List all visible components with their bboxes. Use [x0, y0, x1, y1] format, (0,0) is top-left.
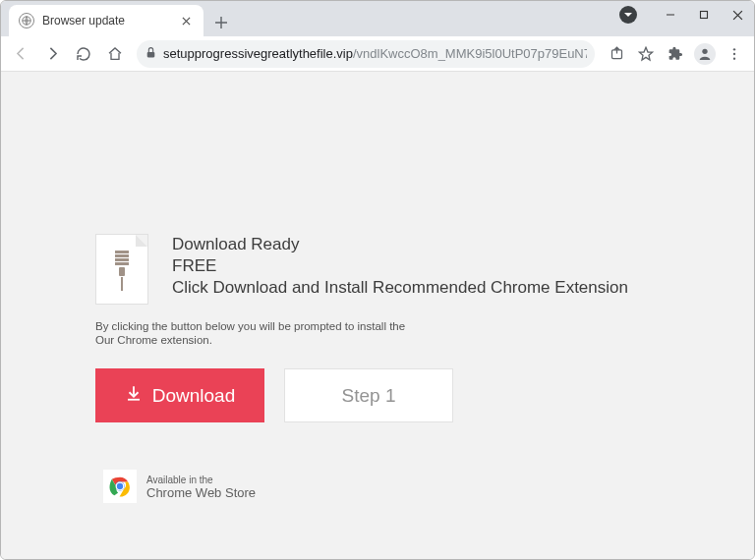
home-button[interactable] — [101, 40, 129, 68]
forward-button[interactable] — [38, 40, 66, 68]
profile-avatar[interactable] — [694, 43, 716, 65]
svg-rect-1 — [701, 12, 708, 19]
step-1-button[interactable]: Step 1 — [284, 368, 453, 422]
webstore-text: Available in the Chrome Web Store — [146, 474, 256, 499]
back-button[interactable] — [7, 40, 34, 68]
heading-line-1: Download Ready — [172, 234, 628, 255]
step-button-label: Step 1 — [342, 385, 396, 407]
page-content: Download Ready FREE Click Download and I… — [1, 72, 754, 560]
extensions-icon[interactable] — [662, 40, 689, 68]
browser-tab[interactable]: Browser update — [9, 5, 203, 36]
tab-title: Browser update — [42, 14, 170, 28]
svg-point-5 — [733, 48, 735, 50]
address-bar[interactable]: setupprogressivegreatlythefile.vip/vndlK… — [137, 40, 595, 68]
heading-line-2: FREE — [172, 255, 628, 277]
file-archive-icon — [95, 234, 148, 305]
url-text: setupprogressivegreatlythefile.vip/vndlK… — [163, 46, 587, 61]
window-controls — [614, 1, 754, 28]
download-button-label: Download — [152, 385, 236, 407]
share-icon[interactable] — [603, 40, 630, 68]
chrome-webstore-badge[interactable]: Available in the Chrome Web Store — [95, 470, 754, 503]
svg-point-7 — [733, 57, 735, 59]
site-badge-icon[interactable] — [614, 1, 642, 28]
maximize-button[interactable] — [687, 1, 721, 28]
download-button[interactable]: Download — [95, 368, 264, 422]
minimize-button[interactable] — [654, 1, 687, 28]
svg-point-6 — [733, 52, 735, 54]
disclaimer-text: By clicking the button below you will be… — [95, 319, 754, 347]
heading-line-3: Click Download and Install Recommended C… — [172, 277, 628, 299]
new-tab-button[interactable] — [207, 9, 235, 36]
close-tab-icon[interactable] — [178, 13, 194, 28]
svg-rect-2 — [147, 51, 155, 56]
browser-titlebar: Browser update — [1, 1, 754, 36]
chrome-logo-icon — [106, 473, 134, 500]
download-arrow-icon — [125, 384, 143, 407]
close-window-button[interactable] — [721, 1, 754, 28]
bookmark-icon[interactable] — [632, 40, 660, 68]
menu-icon[interactable] — [721, 40, 748, 68]
globe-icon — [19, 13, 34, 28]
browser-toolbar: setupprogressivegreatlythefile.vip/vndlK… — [1, 36, 754, 72]
lock-icon — [145, 45, 157, 63]
header-text: Download Ready FREE Click Download and I… — [172, 234, 628, 305]
svg-point-4 — [702, 48, 707, 53]
reload-button[interactable] — [70, 40, 97, 68]
